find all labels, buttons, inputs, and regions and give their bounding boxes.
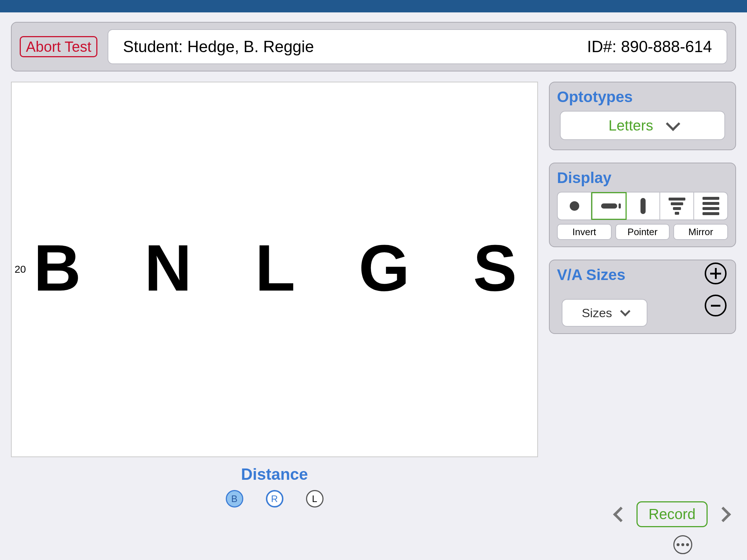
display-mode-hline[interactable] xyxy=(591,192,627,220)
mirror-button[interactable]: Mirror xyxy=(673,224,728,240)
optotypes-dropdown[interactable]: Letters xyxy=(560,111,725,140)
display-mode-segmented xyxy=(557,192,728,220)
full-chart-icon xyxy=(703,197,719,215)
record-nav-row: Record xyxy=(615,501,729,527)
display-mode-single[interactable] xyxy=(558,192,592,219)
display-mode-pyramid[interactable] xyxy=(660,192,694,219)
plus-icon xyxy=(710,268,721,279)
record-button[interactable]: Record xyxy=(636,501,708,527)
header-panel: Abort Test Student: Hedge, B. Reggie ID#… xyxy=(11,22,736,71)
student-id-label: ID#: 890-888-614 xyxy=(587,38,712,56)
eye-selection-row: B R L xyxy=(11,490,538,508)
chart-footer: Distance B R L xyxy=(11,465,538,508)
eye-right-button[interactable]: R xyxy=(266,490,283,508)
optotype-letter: L xyxy=(255,235,294,301)
more-options-button[interactable] xyxy=(673,535,692,554)
minus-icon xyxy=(711,305,720,307)
optotypes-title: Optotypes xyxy=(557,88,729,106)
vertical-line-icon xyxy=(640,198,646,214)
eye-left-button[interactable]: L xyxy=(306,490,324,508)
eye-both-button[interactable]: B xyxy=(226,490,243,508)
side-column: Optotypes Letters Display Invert Poi xyxy=(549,82,736,508)
display-toggle-row: Invert Pointer Mirror xyxy=(557,224,728,240)
acuity-denominator-label: 20 xyxy=(15,264,26,275)
optotype-letter: S xyxy=(473,235,515,301)
optotype-letter: B xyxy=(34,235,80,301)
distance-title: Distance xyxy=(11,465,538,483)
display-panel: Display Invert Pointer Mirror xyxy=(549,163,736,247)
optotype-letter: N xyxy=(144,235,190,301)
dot-icon xyxy=(686,543,689,546)
chevron-down-icon xyxy=(620,306,630,316)
size-stepper xyxy=(705,262,727,316)
optotype-letter: G xyxy=(359,235,408,301)
single-dot-icon xyxy=(570,201,579,211)
student-info-box: Student: Hedge, B. Reggie ID#: 890-888-6… xyxy=(108,29,727,64)
va-sizes-title: V/A Sizes xyxy=(557,266,699,284)
next-button[interactable] xyxy=(716,506,731,522)
display-mode-full[interactable] xyxy=(694,192,727,219)
va-sizes-panel: V/A Sizes Sizes xyxy=(549,260,736,334)
optotypes-panel: Optotypes Letters xyxy=(549,82,736,150)
invert-button[interactable]: Invert xyxy=(557,224,612,240)
display-mode-vline[interactable] xyxy=(626,192,660,219)
sizes-dropdown-label: Sizes xyxy=(582,306,612,320)
pyramid-icon xyxy=(669,198,685,215)
main-row: 20 B N L G S Distance B R L xyxy=(11,82,736,508)
optotypes-selected-label: Letters xyxy=(608,117,653,134)
chart-column: 20 B N L G S Distance B R L xyxy=(11,82,538,508)
size-decrease-button[interactable] xyxy=(705,295,727,316)
student-name-label: Student: Hedge, B. Reggie xyxy=(123,38,314,56)
dot-icon xyxy=(681,543,684,546)
optotype-letters-row: B N L G S xyxy=(34,235,515,301)
status-bar xyxy=(0,0,747,12)
display-title: Display xyxy=(557,169,729,187)
size-increase-button[interactable] xyxy=(705,262,727,284)
chevron-down-icon xyxy=(666,117,680,131)
app-content: Abort Test Student: Hedge, B. Reggie ID#… xyxy=(0,12,747,515)
dot-icon xyxy=(677,543,680,546)
eye-chart-area: 20 B N L G S xyxy=(11,82,538,457)
prev-button[interactable] xyxy=(613,506,628,522)
abort-test-button[interactable]: Abort Test xyxy=(20,36,97,57)
pointer-button[interactable]: Pointer xyxy=(615,224,670,240)
sizes-dropdown[interactable]: Sizes xyxy=(562,299,647,327)
horizontal-line-icon xyxy=(601,203,617,209)
